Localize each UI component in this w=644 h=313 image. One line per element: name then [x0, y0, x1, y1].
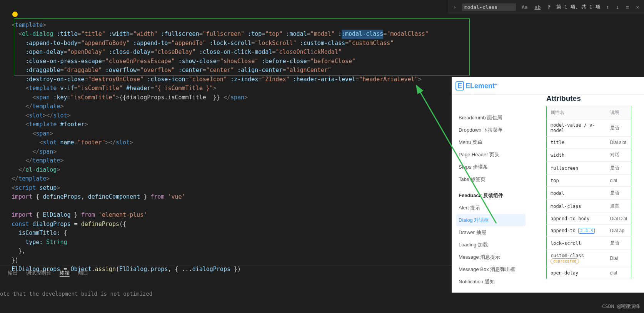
doc-sidebar: Breadcrumb 面包屑 Dropdown 下拉菜单 Menu 菜单 Pag… — [456, 112, 526, 288]
attributes-table: 属性名说明 model-value / v-model是否titleDial s… — [546, 106, 631, 279]
attr-name: top — [547, 175, 606, 187]
attr-desc: 是否 — [610, 125, 619, 131]
find-close-icon[interactable]: ✕ — [635, 4, 640, 10]
attributes-section: Attributes 属性名说明 model-value / v-model是否… — [546, 94, 631, 279]
match-word-icon[interactable]: ab — [534, 4, 542, 10]
nav-item[interactable]: Drawer 抽屉 — [456, 226, 526, 239]
attr-desc: Dial — [610, 256, 618, 261]
table-row: lock-scroll是否 — [547, 237, 631, 250]
nav-item[interactable]: Page Header 页头 — [456, 149, 526, 161]
attr-desc: dial — [610, 270, 617, 276]
nav-item[interactable]: Loading 加载 — [456, 239, 526, 251]
attr-desc: 对话 — [610, 152, 619, 157]
th-desc: 说明 — [606, 106, 631, 119]
terminal-output: ote that the development build is not op… — [0, 291, 152, 297]
table-row: topdial — [547, 175, 631, 187]
attr-desc: Dial Dial — [610, 216, 627, 221]
table-row: titleDial slot — [547, 137, 631, 149]
table-row: custom-class deprecatedDial — [547, 250, 631, 267]
attr-name: width — [547, 149, 606, 162]
attr-name: modal — [547, 187, 606, 200]
find-result-text: 第 1 项, 共 1 项 — [556, 3, 601, 10]
nav-item[interactable]: Alert 提示 — [456, 202, 526, 214]
attr-name: model-value / v-model — [547, 119, 606, 137]
tab-ports[interactable]: 端口 — [78, 269, 88, 277]
nav-item[interactable]: Breadcrumb 面包屑 — [456, 112, 526, 124]
nav-section: Feedback 反馈组件 — [456, 189, 526, 202]
nav-item[interactable]: Dropdown 下拉菜单 — [456, 124, 526, 136]
regex-icon[interactable]: ⁋ — [546, 4, 552, 10]
attr-name: open-delay — [547, 267, 606, 279]
version-badge: 2.4.3 — [578, 228, 595, 234]
nav-item[interactable]: Message Box 消息弹出框 — [456, 263, 526, 276]
table-row: model-value / v-model是否 — [547, 119, 631, 137]
attributes-heading: Attributes — [546, 94, 631, 103]
attr-desc: dial — [610, 178, 617, 183]
attr-name: custom-class deprecated — [547, 250, 606, 267]
code-content[interactable]: <template> <el-dialog :title="title" :wi… — [12, 12, 429, 283]
table-row: width对话 — [547, 149, 631, 162]
attr-name: title — [547, 137, 606, 149]
attr-desc: 是否 — [610, 190, 619, 196]
table-row: append-to 2.4.3Dial ap — [547, 225, 631, 237]
table-row: append-to-bodyDial Dial — [547, 213, 631, 225]
panel-tabs: 输出 调试控制台 终端 端口 — [8, 269, 88, 277]
documentation-panel: EELement+ Breadcrumb 面包屑 Dropdown 下拉菜单 M… — [452, 77, 644, 293]
find-next-icon[interactable]: ↓ — [615, 4, 621, 10]
element-plus-logo[interactable]: EELement+ — [455, 82, 497, 90]
find-filter-icon[interactable]: ≡ — [625, 4, 630, 10]
attr-desc: 是否 — [610, 165, 619, 171]
tab-terminal[interactable]: 终端 — [60, 269, 70, 277]
find-prev-icon[interactable]: ↑ — [605, 4, 611, 10]
attr-desc: 遮罩 — [610, 203, 619, 209]
attr-name: fullscreen — [547, 162, 606, 175]
watermark: CSDN @阿狸演绎 — [602, 303, 640, 310]
nav-item[interactable]: Message 消息提示 — [456, 251, 526, 263]
match-case-icon[interactable]: Aa — [521, 4, 529, 10]
find-input[interactable]: modal-class — [462, 3, 516, 11]
table-row: modal是否 — [547, 187, 631, 200]
nav-item[interactable]: Notification 通知 — [456, 276, 526, 288]
attr-desc: 是否 — [610, 240, 619, 246]
attr-name: append-to 2.4.3 — [547, 225, 606, 237]
nav-item[interactable]: Menu 菜单 — [456, 136, 526, 149]
find-expand-icon[interactable]: › — [452, 4, 457, 10]
tab-debug-console[interactable]: 调试控制台 — [26, 269, 51, 277]
attr-name: modal-class — [547, 200, 606, 213]
tab-output[interactable]: 输出 — [8, 269, 18, 277]
attr-name: lock-scroll — [547, 237, 606, 250]
attr-name: append-to-body — [547, 213, 606, 225]
attr-desc: Dial ap — [610, 228, 624, 233]
table-row: modal-class遮罩 — [547, 200, 631, 213]
th-name: 属性名 — [547, 106, 606, 119]
find-widget: › modal-class Aa ab ⁋ 第 1 项, 共 1 项 ↑ ↓ ≡… — [448, 0, 644, 14]
table-row: fullscreen是否 — [547, 162, 631, 175]
nav-item[interactable]: Tabs 标签页 — [456, 173, 526, 186]
deprecated-badge: deprecated — [551, 258, 579, 264]
attr-desc: Dial slot — [610, 140, 627, 145]
table-row: open-delaydial — [547, 267, 631, 279]
nav-item[interactable]: Steps 步骤条 — [456, 161, 526, 173]
nav-item-dialog[interactable]: Dialog 对话框 — [456, 214, 526, 226]
